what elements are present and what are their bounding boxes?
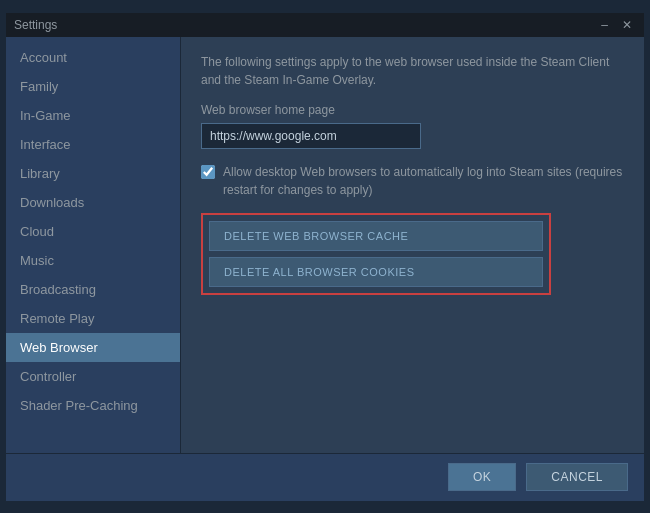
browser-actions-section: DELETE WEB BROWSER CACHE DELETE ALL BROW… [201, 213, 551, 295]
titlebar-controls: – ✕ [597, 18, 636, 32]
sidebar-item-music[interactable]: Music [6, 246, 180, 275]
close-button[interactable]: ✕ [618, 18, 636, 32]
home-page-input[interactable] [201, 123, 421, 149]
cancel-button[interactable]: CANCEL [526, 463, 628, 491]
sidebar-item-shader-pre-caching[interactable]: Shader Pre-Caching [6, 391, 180, 420]
sidebar-item-interface[interactable]: Interface [6, 130, 180, 159]
home-page-label: Web browser home page [201, 103, 624, 117]
sidebar-item-remote-play[interactable]: Remote Play [6, 304, 180, 333]
description-text: The following settings apply to the web … [201, 53, 624, 89]
minimize-button[interactable]: – [597, 18, 612, 32]
titlebar: Settings – ✕ [6, 13, 644, 37]
sidebar-item-controller[interactable]: Controller [6, 362, 180, 391]
sidebar-item-in-game[interactable]: In-Game [6, 101, 180, 130]
delete-cookies-button[interactable]: DELETE ALL BROWSER COOKIES [209, 257, 543, 287]
settings-window: Settings – ✕ AccountFamilyIn-GameInterfa… [5, 12, 645, 502]
footer: OK CANCEL [6, 453, 644, 501]
window-title: Settings [14, 18, 57, 32]
checkbox-row: Allow desktop Web browsers to automatica… [201, 163, 624, 199]
sidebar-item-cloud[interactable]: Cloud [6, 217, 180, 246]
sidebar-item-family[interactable]: Family [6, 72, 180, 101]
main-panel: The following settings apply to the web … [181, 37, 644, 453]
sidebar-item-downloads[interactable]: Downloads [6, 188, 180, 217]
sidebar: AccountFamilyIn-GameInterfaceLibraryDown… [6, 37, 181, 453]
content-area: AccountFamilyIn-GameInterfaceLibraryDown… [6, 37, 644, 453]
home-page-section: Web browser home page [201, 103, 624, 149]
auto-login-checkbox[interactable] [201, 165, 215, 179]
sidebar-item-web-browser[interactable]: Web Browser [6, 333, 180, 362]
delete-cache-button[interactable]: DELETE WEB BROWSER CACHE [209, 221, 543, 251]
sidebar-item-broadcasting[interactable]: Broadcasting [6, 275, 180, 304]
sidebar-item-library[interactable]: Library [6, 159, 180, 188]
sidebar-item-account[interactable]: Account [6, 43, 180, 72]
ok-button[interactable]: OK [448, 463, 516, 491]
checkbox-label: Allow desktop Web browsers to automatica… [223, 163, 624, 199]
